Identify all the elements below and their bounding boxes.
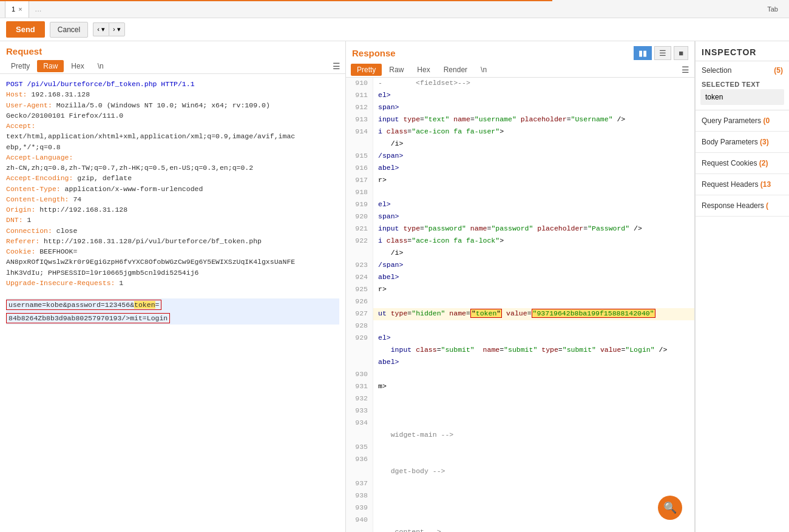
send-button[interactable]: Send	[6, 21, 45, 38]
code-line-929: 929 el>	[346, 332, 694, 345]
request-line: Gecko/20100101 Firefox/111.0	[6, 110, 339, 121]
top-right-label: Tab	[767, 5, 784, 13]
view-list-icon[interactable]: ☰	[654, 46, 671, 60]
code-line-916: 916 abel>	[346, 163, 694, 175]
selected-text-box: token	[700, 89, 784, 105]
response-code-area[interactable]: 910 - <fieldset>--> 911 el> 912 span> 91…	[346, 78, 694, 532]
request-line: ebp,*/*;q=0.8	[6, 142, 339, 152]
code-line-918: 918	[346, 187, 694, 199]
request-menu-icon[interactable]: ☰	[333, 61, 340, 71]
request-line: Accept-Encoding: gzip, deflate	[6, 173, 339, 183]
code-line-940b: -content -->	[346, 527, 694, 532]
code-line-929b: input class="submit" name="submit" type=…	[346, 345, 694, 357]
top-bar: 1 × ... Tab	[0, 0, 789, 18]
inspector-response-headers[interactable]: Response Headers (	[696, 195, 789, 217]
code-line-921: 921 input type="password" name="password…	[346, 223, 694, 235]
tab-pretty[interactable]: Pretty	[5, 60, 36, 72]
tab-1-close[interactable]: ×	[18, 5, 22, 13]
query-params-label: Query Parameters	[702, 116, 761, 125]
resp-tab-newline[interactable]: \n	[475, 64, 493, 76]
request-headers-count: (13	[760, 180, 771, 189]
request-line: Content-Length: 74	[6, 194, 339, 204]
view-grid-icon[interactable]: ■	[674, 46, 688, 60]
request-headers-label: Request Headers	[702, 180, 758, 189]
code-line-930: 930	[346, 369, 694, 381]
inspector-request-headers[interactable]: Request Headers (13	[696, 174, 789, 195]
request-line: DNT: 1	[6, 215, 339, 225]
code-line-924: 924 abel>	[346, 272, 694, 284]
nav-forward-button[interactable]: › ▾	[109, 22, 125, 36]
tab-dots[interactable]: ...	[29, 2, 48, 16]
cancel-button[interactable]: Cancel	[50, 22, 88, 38]
request-line: Origin: http://192.168.31.128	[6, 204, 339, 215]
request-line: Accept-Language:	[6, 152, 339, 163]
code-line-915: 915 /span>	[346, 150, 694, 163]
request-line: Accept:	[6, 121, 339, 131]
response-tab-bar: Pretty Raw Hex Render \n ☰	[346, 62, 694, 78]
code-line-919: 919 el>	[346, 199, 694, 211]
code-line-936: 936	[346, 454, 694, 466]
code-line-931: 931 m>	[346, 381, 694, 393]
resp-tab-hex[interactable]: Hex	[411, 64, 436, 76]
view-split-icon[interactable]: ▮▮	[634, 46, 652, 60]
response-title: Response	[352, 48, 396, 58]
inspector-title: INSPECTOR	[696, 41, 789, 61]
request-line: AN8pxROfIQwslwZkr0r9EgiGzpH6fvYXC8OfobWG…	[6, 257, 339, 267]
selection-header[interactable]: Selection (5)	[696, 61, 789, 78]
code-line-914: 914 i class="ace-icon fa fa-user">	[346, 126, 694, 138]
request-line: Content-Type: application/x-www-form-url…	[6, 184, 339, 194]
code-line-939: 939	[346, 502, 694, 514]
code-line-927: 927 ut type="hidden" name="token" value=…	[346, 308, 694, 320]
tab-1[interactable]: 1 ×	[5, 0, 29, 18]
code-line-914b: /i>	[346, 138, 694, 150]
tab-hex[interactable]: Hex	[65, 60, 90, 72]
inspector-query-params[interactable]: Query Parameters (0	[696, 110, 789, 132]
code-line-912: 912 span>	[346, 102, 694, 114]
resp-tab-pretty[interactable]: Pretty	[351, 64, 382, 76]
nav-back-button[interactable]: ‹ ▾	[93, 22, 109, 36]
tab-raw[interactable]: Raw	[37, 60, 64, 72]
request-body-line: username=kobe&password=123456&token=	[6, 298, 339, 311]
request-cookies-count: (2)	[759, 159, 768, 167]
inspector-request-cookies[interactable]: Request Cookies (2)	[696, 153, 789, 174]
inspector-panel: INSPECTOR Selection (5) SELECTED TEXT to…	[695, 41, 789, 532]
code-line-934b: widget-main -->	[346, 429, 694, 442]
code-line-922: 922 i class="ace-icon fa fa-lock">	[346, 235, 694, 247]
selected-text-label: SELECTED TEXT	[696, 78, 789, 89]
code-line-922b: /i>	[346, 247, 694, 260]
request-line: text/html,application/xhtml+xml,applicat…	[6, 131, 339, 141]
code-line-910: 910 - <fieldset>-->	[346, 78, 694, 90]
tab-1-label: 1	[12, 5, 15, 13]
code-line-933: 933	[346, 405, 694, 417]
response-panel: Response ▮▮ ☰ ■ Pretty Raw Hex Render \n…	[346, 41, 695, 532]
request-line: Referer: http://192.168.31.128/pi/vul/bu…	[6, 236, 339, 246]
response-headers-label: Response Headers	[702, 201, 764, 210]
resp-tab-raw[interactable]: Raw	[383, 64, 410, 76]
request-tab-bar: Pretty Raw Hex \n ☰	[0, 59, 345, 74]
request-line	[6, 288, 339, 298]
body-params-count: (3)	[760, 138, 769, 146]
code-line-937: 937	[346, 478, 694, 490]
request-code-area[interactable]: POST /pi/vul/burteforce/bf_token.php HTT…	[0, 74, 345, 532]
response-menu-icon[interactable]: ☰	[682, 65, 689, 75]
request-line: Connection: close	[6, 226, 339, 236]
code-line-929c: abel>	[346, 357, 694, 369]
code-line-928: 928	[346, 320, 694, 332]
tab-newline[interactable]: \n	[92, 60, 110, 72]
code-line-940: 940	[346, 514, 694, 527]
request-line: Host: 192.168.31.128	[6, 89, 339, 99]
code-line-920: 920 span>	[346, 211, 694, 223]
selection-count: (5)	[774, 66, 783, 75]
code-line-936b: dget-body -->	[346, 466, 694, 478]
search-button[interactable]: 🔍	[658, 496, 682, 520]
code-line-926: 926	[346, 296, 694, 308]
code-line-934: 934	[346, 417, 694, 429]
body-params-label: Body Parameters	[702, 138, 758, 146]
selection-label: Selection	[702, 66, 731, 75]
selected-text-value: token	[705, 93, 723, 101]
inspector-body-params[interactable]: Body Parameters (3)	[696, 132, 789, 153]
resp-tab-render[interactable]: Render	[438, 64, 473, 76]
code-line-935: 935	[346, 442, 694, 454]
code-line-917: 917 r>	[346, 175, 694, 187]
request-body-line2: 84b8264Zb8b3d9ab80257970193/>mit=Login	[6, 312, 339, 325]
